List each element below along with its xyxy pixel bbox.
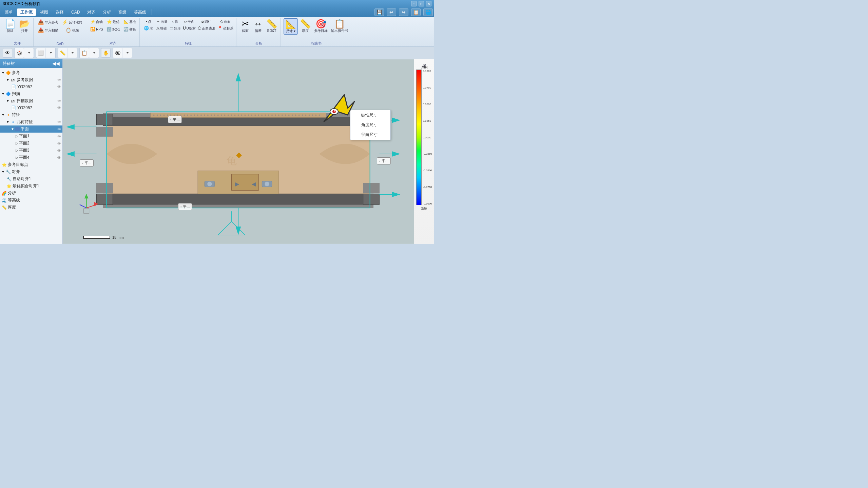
eye-yg2957-ref[interactable]: 👁 (57, 85, 61, 89)
tree-item-scan-data[interactable]: ▼ 🗂 扫描数据 👁 (0, 97, 62, 104)
label-bottom: ▪ 平... (178, 203, 192, 210)
ribbon-btn-rps[interactable]: 🔁 RPS (89, 26, 104, 33)
best-fit-icon: ⭐ (6, 183, 12, 189)
ribbon-btn-surface[interactable]: ◇ 曲面 (217, 18, 234, 24)
ribbon-btn-import-ref[interactable]: 📥 导入参考 (36, 18, 60, 26)
eye-plane1[interactable]: 👁 (57, 134, 61, 138)
ribbon-btn-cylinder[interactable]: ⌀ 圆柱 (197, 18, 216, 24)
menu-item-select[interactable]: 选择 (52, 8, 67, 16)
ribbon-btn-reverse[interactable]: ⚡ 反转法向 (61, 18, 84, 26)
eye-tool-btn[interactable]: 👁 (3, 48, 12, 58)
menu-item-workflow[interactable]: 工作流 (17, 8, 36, 16)
help-button[interactable]: 🌐 (423, 8, 433, 16)
tree-content[interactable]: ▼ 🔶 参考 ▼ 🗂 参考数据 👁 📄 YG2957 👁 ▼ (0, 68, 62, 244)
dropdown-item-radial[interactable]: 径向尺寸 (350, 130, 390, 140)
ribbon-btn-open[interactable]: 📂 打开 (18, 18, 31, 34)
tree-item-thickness[interactable]: 📏 厚度 (0, 204, 62, 211)
ribbon-btn-new[interactable]: 📄 新建 (3, 18, 17, 34)
tree-item-plane[interactable]: ▼ 平面 👁 (0, 125, 62, 133)
filter-dropdown-btn[interactable] (89, 48, 99, 58)
tree-item-plane1[interactable]: ▷ 平面1 👁 (0, 133, 62, 140)
tree-item-plane3[interactable]: ▷ 平面3 👁 (0, 147, 62, 154)
render-dropdown-btn[interactable] (122, 48, 132, 58)
menu-item-analysis[interactable]: 分析 (99, 8, 114, 16)
viewport[interactable]: ▶ ◀ 龟 (63, 59, 414, 244)
eye-yg2957-scan[interactable]: 👁 (57, 106, 61, 110)
tree-item-yg2957-scan[interactable]: 📄 YG2957 👁 (0, 104, 62, 111)
tree-item-analysis[interactable]: 🌈 分析 (0, 190, 62, 197)
feature-tree-collapse[interactable]: ◀◀ (52, 61, 60, 66)
tree-item-geo-features[interactable]: ▼ 🔹 几何特征 👁 (0, 118, 62, 125)
redo-button[interactable]: ↪ (399, 8, 408, 16)
ribbon-btn-coord[interactable]: 📍 坐标系 (217, 25, 234, 31)
tree-item-reference[interactable]: ▼ 🔶 参考 (0, 69, 62, 76)
ribbon-btn-polygon[interactable]: ⬡ 正多边形 (197, 25, 216, 31)
hand-tool-btn[interactable]: ✋ (101, 48, 111, 58)
measure-dropdown-arrow (71, 52, 74, 54)
ribbon-btn-export-report[interactable]: 📋 输出报告书 (330, 18, 349, 34)
close-button[interactable]: ✕ (426, 1, 431, 6)
ribbon-btn-rect[interactable]: ▭ 矩形 (169, 25, 181, 31)
save-button[interactable]: 💾 (374, 8, 384, 16)
undo-button[interactable]: ↩ (387, 8, 396, 16)
tree-item-plane4[interactable]: ▷ 平面4 👁 (0, 154, 62, 161)
svg-point-46 (282, 115, 283, 116)
measure-btn[interactable]: 📏 (58, 48, 67, 58)
tree-item-yg2957-ref[interactable]: 📄 YG2957 👁 (0, 83, 62, 90)
ribbon-btn-sphere[interactable]: 🌐 球 (142, 25, 155, 31)
ribbon-btn-point[interactable]: • 点 (142, 18, 155, 24)
ribbon-btn-optimal[interactable]: ⭐ 最优 (105, 18, 121, 25)
menu-item-cad[interactable]: CAD (68, 8, 83, 16)
tree-item-auto-align[interactable]: 🔧 自动对齐1 (0, 175, 62, 182)
eye-plane4[interactable]: 👁 (57, 156, 61, 160)
tree-item-scan[interactable]: ▼ 🔷 扫描 (0, 90, 62, 97)
tree-item-align[interactable]: ▼ 🔧 对齐 (0, 168, 62, 175)
ribbon-btn-gdt[interactable]: 📏 GD&T (265, 18, 278, 34)
ribbon-btn-ref-target[interactable]: 🎯 参考目标 (313, 18, 329, 34)
menu-item-align[interactable]: 对齐 (84, 8, 99, 16)
ribbon-btn-vector[interactable]: → 向量 (155, 18, 168, 24)
tree-item-features[interactable]: ▼ 🔸 特征 (0, 111, 62, 118)
tree-item-contour[interactable]: 🌊 等高线 (0, 197, 62, 204)
copy-button[interactable]: 📋 (411, 8, 421, 16)
menu-item-contour[interactable]: 等高线 (131, 8, 150, 16)
eye-plane[interactable]: 👁 (57, 127, 61, 131)
menu-item-menu[interactable]: 菜单 (1, 8, 16, 16)
maximize-button[interactable]: □ (419, 1, 424, 6)
3d-view-btn[interactable]: 🎲 (15, 48, 24, 58)
measure-dropdown-btn[interactable] (67, 48, 77, 58)
menu-nav-buttons: 💾 ↩ ↪ 📋 🌐 (374, 8, 433, 16)
tree-item-ref-data[interactable]: ▼ 🗂 参考数据 👁 (0, 76, 62, 83)
ribbon-btn-section[interactable]: ✂ 截面 (239, 18, 251, 34)
new-icon: 📄 (5, 19, 16, 28)
eye-plane2[interactable]: 👁 (57, 141, 61, 145)
tree-item-ref-target[interactable]: ⭐ 参考目标点 (0, 161, 62, 168)
filter-btn[interactable]: 📋 (80, 48, 89, 58)
minimize-button[interactable]: － (411, 1, 417, 6)
ribbon-btn-offset[interactable]: ↔ 偏差 (252, 18, 264, 34)
tree-item-plane2[interactable]: ▷ 平面2 👁 (0, 140, 62, 147)
ribbon-btn-transform[interactable]: 🔄 变换 (122, 26, 137, 33)
ribbon-btn-thickness[interactable]: 📏 厚度 (298, 18, 312, 34)
ribbon-btn-size[interactable]: 📐 尺寸 ▾ (284, 18, 298, 35)
eye-plane3[interactable]: 👁 (57, 149, 61, 153)
view-dropdown-btn[interactable] (24, 48, 34, 58)
menu-item-advanced[interactable]: 高级 (115, 8, 130, 16)
eye-ref-data[interactable]: 👁 (57, 78, 61, 82)
ribbon-btn-auto[interactable]: ⚡ 自动 (89, 18, 104, 25)
ribbon-btn-mirror[interactable]: 🪞 镜像 (61, 26, 84, 34)
ribbon-btn-uchannel[interactable]: U U型材 (182, 25, 196, 31)
eye-scan-data[interactable]: 👁 (57, 99, 61, 103)
render-btn[interactable]: 👁‍🗨 (113, 48, 122, 58)
ribbon-btn-cone[interactable]: △ 锥锥 (155, 25, 168, 31)
ribbon-btn-321[interactable]: 🔢 3-2-1 (105, 26, 121, 33)
menu-item-view[interactable]: 视图 (37, 8, 52, 16)
frame-dropdown-btn[interactable] (46, 48, 55, 58)
tree-item-best-fit[interactable]: ⭐ 最优拟合对齐1 (0, 182, 62, 190)
ribbon-btn-datum[interactable]: 📐 基准 (122, 18, 137, 25)
eye-geo-features[interactable]: 👁 (57, 120, 61, 124)
frame-btn[interactable]: ⬜ (36, 48, 46, 58)
ribbon-btn-plane[interactable]: ▱ 平面 (182, 18, 196, 24)
ribbon-btn-import-scan[interactable]: 📥 导入扫描 (36, 26, 60, 34)
ribbon-btn-circle[interactable]: ○ 圆 (169, 18, 181, 24)
